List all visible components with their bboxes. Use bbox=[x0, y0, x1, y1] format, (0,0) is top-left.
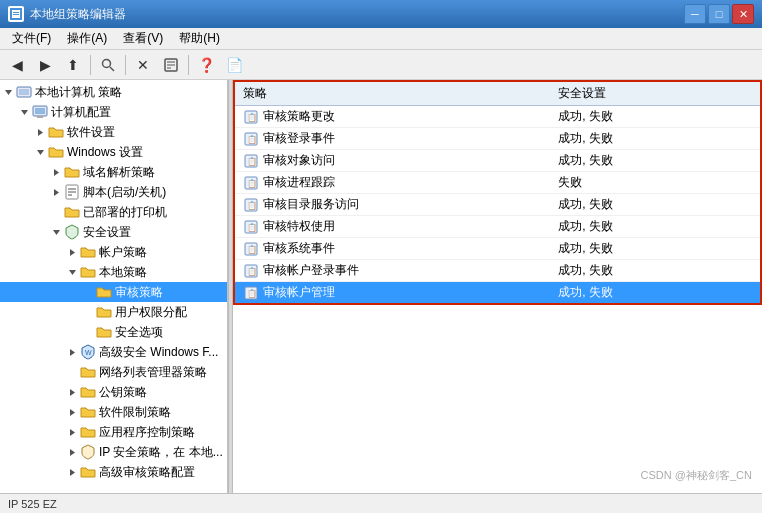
tree-node-network-list[interactable]: 网络列表管理器策略 bbox=[0, 362, 227, 382]
table-row[interactable]: 📋 审核目录服务访问 成功, 失败 bbox=[234, 194, 761, 216]
tree-node-windows-settings[interactable]: Windows 设置 bbox=[0, 142, 227, 162]
tree-panel[interactable]: 本地计算机 策略计算机配置软件设置Windows 设置域名解析策略脚本(启动/关… bbox=[0, 80, 228, 493]
tree-label-applocker: 应用程序控制策略 bbox=[99, 424, 195, 441]
tree-icon-advanced-audit bbox=[80, 464, 96, 480]
policy-icon: 📋 bbox=[243, 241, 259, 257]
policy-icon: 📋 bbox=[243, 285, 259, 301]
tree-expand-local-policy[interactable] bbox=[0, 84, 16, 100]
maximize-button[interactable]: □ bbox=[708, 4, 730, 24]
tree-expand-windows-settings[interactable] bbox=[32, 144, 48, 160]
svg-marker-33 bbox=[70, 469, 75, 476]
tree-expand-software-settings[interactable] bbox=[32, 124, 48, 140]
tree-node-computer-config[interactable]: 计算机配置 bbox=[0, 102, 227, 122]
tree-expand-dns[interactable] bbox=[48, 164, 64, 180]
security-setting-cell: 成功, 失败 bbox=[550, 128, 761, 150]
svg-text:📋: 📋 bbox=[247, 288, 257, 298]
tree-node-local-policy[interactable]: 本地计算机 策略 bbox=[0, 82, 227, 102]
policy-icon: 📋 bbox=[243, 131, 259, 147]
tree-node-security-settings[interactable]: 安全设置 bbox=[0, 222, 227, 242]
tree-expand-applocker[interactable] bbox=[64, 424, 80, 440]
table-row[interactable]: 📋 审核系统事件 成功, 失败 bbox=[234, 238, 761, 260]
tree-expand-scripts[interactable] bbox=[48, 184, 64, 200]
svg-text:📋: 📋 bbox=[247, 134, 257, 144]
window-title: 本地组策略编辑器 bbox=[30, 6, 684, 23]
tree-icon-scripts bbox=[64, 184, 80, 200]
tree-node-user-rights[interactable]: 用户权限分配 bbox=[0, 302, 227, 322]
svg-line-4 bbox=[110, 67, 114, 71]
delete-button[interactable]: ✕ bbox=[130, 53, 156, 77]
svg-rect-2 bbox=[13, 14, 19, 15]
policy-name: 审核策略更改 bbox=[263, 108, 335, 125]
table-row[interactable]: 📋 审核特权使用 成功, 失败 bbox=[234, 216, 761, 238]
tree-expand-local-policies[interactable] bbox=[64, 264, 80, 280]
tree-expand-advanced-audit[interactable] bbox=[64, 464, 80, 480]
menu-view[interactable]: 查看(V) bbox=[115, 28, 171, 49]
svg-marker-18 bbox=[54, 169, 59, 176]
tree-icon-computer-config bbox=[32, 104, 48, 120]
svg-rect-1 bbox=[13, 12, 19, 13]
tree-node-applocker[interactable]: 应用程序控制策略 bbox=[0, 422, 227, 442]
tree-expand-advanced-security[interactable] bbox=[64, 344, 80, 360]
tree-node-advanced-security[interactable]: W高级安全 Windows F... bbox=[0, 342, 227, 362]
table-row[interactable]: 📋 审核对象访问 成功, 失败 bbox=[234, 150, 761, 172]
search-button[interactable] bbox=[95, 53, 121, 77]
policy-table: 策略 安全设置 📋 审核策略更改 成功, 失败 📋 审核登录事件 bbox=[233, 80, 762, 305]
tree-expand-computer-config[interactable] bbox=[16, 104, 32, 120]
menu-help[interactable]: 帮助(H) bbox=[171, 28, 228, 49]
tree-label-user-rights: 用户权限分配 bbox=[115, 304, 187, 321]
tree-node-local-policies[interactable]: 本地策略 bbox=[0, 262, 227, 282]
up-button[interactable]: ⬆ bbox=[60, 53, 86, 77]
tree-icon-applocker bbox=[80, 424, 96, 440]
tree-node-account-policies[interactable]: 帐户策略 bbox=[0, 242, 227, 262]
tree-node-security-options[interactable]: 安全选项 bbox=[0, 322, 227, 342]
tree-icon-dns bbox=[64, 164, 80, 180]
properties-button[interactable] bbox=[158, 53, 184, 77]
tree-node-audit-policy[interactable]: 审核策略 bbox=[0, 282, 227, 302]
table-row[interactable]: 📋 审核策略更改 成功, 失败 bbox=[234, 106, 761, 128]
table-row[interactable]: 📋 审核帐户管理 成功, 失败 bbox=[234, 282, 761, 305]
tree-node-public-key[interactable]: 公钥策略 bbox=[0, 382, 227, 402]
policy-name-cell: 📋 审核特权使用 bbox=[234, 216, 550, 238]
tree-node-ip-security[interactable]: IP 安全策略，在 本地... bbox=[0, 442, 227, 462]
tree-node-software-restriction[interactable]: 软件限制策略 bbox=[0, 402, 227, 422]
help-button[interactable]: ❓ bbox=[193, 53, 219, 77]
security-setting-cell: 成功, 失败 bbox=[550, 282, 761, 305]
table-row[interactable]: 📋 审核进程跟踪 失败 bbox=[234, 172, 761, 194]
menu-action[interactable]: 操作(A) bbox=[59, 28, 115, 49]
svg-marker-27 bbox=[70, 349, 75, 356]
security-setting-cell: 成功, 失败 bbox=[550, 238, 761, 260]
tree-expand-security-settings[interactable] bbox=[48, 224, 64, 240]
tree-node-software-settings[interactable]: 软件设置 bbox=[0, 122, 227, 142]
minimize-button[interactable]: ─ bbox=[684, 4, 706, 24]
tree-node-printers[interactable]: 已部署的打印机 bbox=[0, 202, 227, 222]
forward-button[interactable]: ▶ bbox=[32, 53, 58, 77]
toolbar: ◀ ▶ ⬆ ✕ ❓ 📄 bbox=[0, 50, 762, 80]
menu-file[interactable]: 文件(F) bbox=[4, 28, 59, 49]
tree-node-advanced-audit[interactable]: 高级审核策略配置 bbox=[0, 462, 227, 482]
tree-expand-audit-policy bbox=[80, 284, 96, 300]
tree-icon-network-list bbox=[80, 364, 96, 380]
policy-name-cell: 📋 审核帐户登录事件 bbox=[234, 260, 550, 282]
svg-marker-9 bbox=[5, 90, 12, 95]
close-button[interactable]: ✕ bbox=[732, 4, 754, 24]
table-row[interactable]: 📋 审核帐户登录事件 成功, 失败 bbox=[234, 260, 761, 282]
tree-label-account-policies: 帐户策略 bbox=[99, 244, 147, 261]
tree-icon-user-rights bbox=[96, 304, 112, 320]
tree-expand-public-key[interactable] bbox=[64, 384, 80, 400]
tree-expand-ip-security[interactable] bbox=[64, 444, 80, 460]
tree-expand-account-policies[interactable] bbox=[64, 244, 80, 260]
svg-marker-31 bbox=[70, 429, 75, 436]
window-controls: ─ □ ✕ bbox=[684, 4, 754, 24]
export-button[interactable]: 📄 bbox=[221, 53, 247, 77]
tree-node-dns[interactable]: 域名解析策略 bbox=[0, 162, 227, 182]
tree-label-security-options: 安全选项 bbox=[115, 324, 163, 341]
back-button[interactable]: ◀ bbox=[4, 53, 30, 77]
tree-icon-security-options bbox=[96, 324, 112, 340]
policy-icon: 📋 bbox=[243, 219, 259, 235]
tree-label-printers: 已部署的打印机 bbox=[83, 204, 167, 221]
tree-label-advanced-security: 高级安全 Windows F... bbox=[99, 344, 218, 361]
tree-node-scripts[interactable]: 脚本(启动/关机) bbox=[0, 182, 227, 202]
table-row[interactable]: 📋 审核登录事件 成功, 失败 bbox=[234, 128, 761, 150]
policy-icon: 📋 bbox=[243, 175, 259, 191]
tree-expand-software-restriction[interactable] bbox=[64, 404, 80, 420]
